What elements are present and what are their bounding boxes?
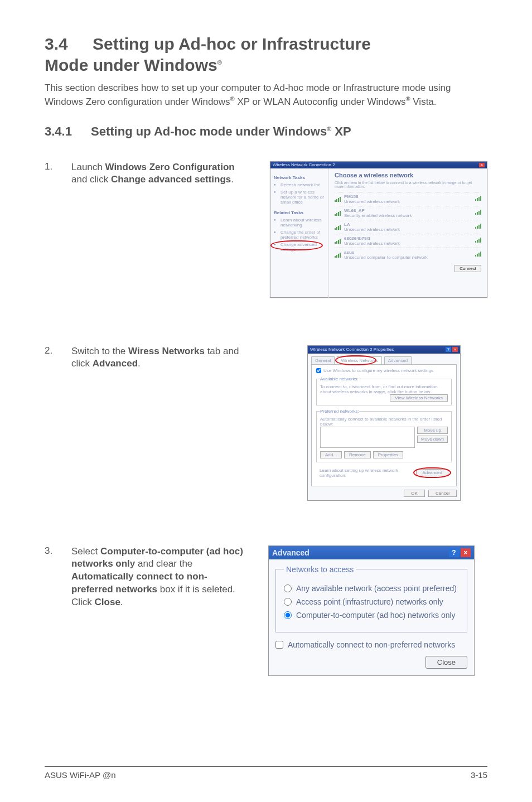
bold-change-advanced-settings: Change advanced settings (111, 174, 231, 185)
connection-properties-dialog: Wireless Network Connection 2 Properties… (307, 345, 461, 501)
strength-icon (475, 252, 481, 258)
bold-windows-zero-config: Windows Zero Configuration (105, 162, 235, 172)
network-name: WL66_AP (344, 208, 365, 213)
auto-connect-checkbox[interactable] (275, 641, 283, 649)
access-point-option[interactable]: Access point (infrastructure) networks o… (284, 597, 459, 606)
radio-any[interactable] (284, 584, 292, 592)
close-icon[interactable]: × (479, 163, 485, 167)
option-label: Any available network (access point pref… (296, 584, 457, 593)
refresh-link[interactable]: Refresh network list (274, 182, 325, 187)
step-number: 1. (45, 161, 61, 172)
tab-general[interactable]: General (311, 356, 335, 364)
txt: . (120, 597, 123, 607)
signal-icon (335, 238, 341, 244)
available-networks-group: Available networks: To connect to, disco… (316, 376, 452, 405)
step-3: 3. Select Computer-to-computer (ad hoc) … (45, 545, 487, 676)
networks-to-access-group: Networks to access Any available network… (275, 565, 467, 632)
radio-adhoc[interactable] (284, 611, 292, 619)
cancel-button[interactable]: Cancel (428, 490, 457, 497)
radio-ap[interactable] (284, 598, 292, 606)
auto-connect-row[interactable]: Automatically connect to non-preferred n… (275, 640, 467, 649)
any-network-option[interactable]: Any available network (access point pref… (284, 584, 459, 593)
signal-icon (335, 196, 341, 202)
network-sub: Unsecured wireless network (344, 227, 400, 232)
strength-icon (475, 224, 481, 230)
step-image: Advanced ? × Networks to access Any avai… (254, 545, 487, 676)
task-group: Related Tasks (274, 210, 325, 215)
group-legend: Preferred networks: (320, 409, 359, 414)
network-sub: Unsecured wireless network (344, 241, 400, 246)
intro-mid: XP or WLAN Autoconfig under Windows (235, 96, 406, 107)
tab-advanced[interactable]: Advanced (384, 356, 412, 364)
network-item[interactable]: 680264b79/3Unsecured wireless network (335, 234, 481, 248)
learn-link[interactable]: Learn about wireless networking (274, 218, 325, 228)
txt: . (138, 358, 141, 369)
dialog-title: Wireless Network Connection 2 (273, 162, 335, 167)
dialog-titlebar: Wireless Network Connection 2 Properties… (308, 346, 460, 354)
connect-button[interactable]: Connect (454, 265, 481, 272)
signal-icon (335, 224, 341, 230)
step-image: Wireless Network Connection 2 Properties… (254, 345, 487, 501)
adhoc-option[interactable]: Computer-to-computer (ad hoc) networks o… (284, 611, 459, 620)
signal-icon (335, 210, 341, 216)
help-icon[interactable]: ? (446, 347, 451, 352)
tab-wireless-networks[interactable]: Wireless Networks (337, 356, 381, 364)
strength-icon (475, 210, 481, 216)
use-windows-config-checkbox[interactable] (316, 368, 321, 373)
remove-button[interactable]: Remove (344, 451, 371, 458)
dialog-titlebar: Wireless Network Connection 2 × (270, 162, 487, 168)
learn-link[interactable]: Learn about setting up wireless network … (320, 468, 409, 478)
view-wireless-button[interactable]: View Wireless Networks (390, 394, 448, 402)
move-up-button[interactable]: Move up (417, 427, 448, 434)
reg-mark: ® (230, 95, 235, 102)
network-item[interactable]: PM158Unsecured wireless network (335, 192, 481, 206)
properties-button[interactable]: Properties (373, 451, 403, 458)
dialog-title: Wireless Network Connection 2 Properties (310, 347, 394, 352)
group-text: To connect to, disconnect from, or find … (320, 384, 448, 394)
subsection-number: 3.4.1 (45, 124, 72, 139)
step-text: Select Computer-to-computer (ad hoc) net… (71, 545, 244, 610)
bold-advanced: Advanced (93, 358, 138, 369)
order-link[interactable]: Change the order of preferred networks (274, 230, 325, 240)
checkbox-label: Automatically connect to non-preferred n… (288, 640, 455, 649)
step-number: 2. (45, 345, 61, 356)
network-item[interactable]: asusUnsecured computer-to-computer netwo… (335, 248, 481, 262)
add-button[interactable]: Add... (320, 451, 342, 458)
intro-paragraph: This section describes how to set up you… (45, 82, 487, 109)
network-sub: Security-enabled wireless network (344, 213, 412, 218)
preferred-networks-group: Preferred networks: Automatically connec… (316, 409, 452, 462)
txt: and click (71, 174, 111, 185)
bold-close: Close (95, 597, 120, 607)
network-name: PM158 (344, 194, 358, 199)
txt: Launch (71, 162, 105, 172)
subsection-text-pre: Setting up Ad-hoc mode under Windows (91, 124, 327, 138)
group-legend: Networks to access (284, 565, 356, 574)
option-label: Access point (infrastructure) networks o… (296, 597, 443, 606)
bold-wireless-networks: Wiress Networks (128, 346, 205, 356)
network-item[interactable]: WL66_APSecurity-enabled wireless network (335, 206, 481, 220)
move-down-button[interactable]: Move down (417, 436, 448, 443)
group-legend: Available networks: (320, 376, 359, 381)
step-1: 1. Launch Windows Zero Configuration and… (45, 161, 487, 298)
strength-icon (475, 238, 481, 244)
section-number: 3.4 (45, 33, 68, 55)
close-button[interactable]: Close (425, 656, 467, 669)
panel-hint: Click an item in the list below to conne… (335, 181, 481, 189)
network-sub: Unsecured wireless network (344, 199, 400, 204)
task-group: Network Tasks (274, 175, 325, 180)
reg-mark: ® (406, 95, 410, 102)
change-advanced-settings-link[interactable]: Change advanced settings (274, 242, 325, 252)
setup-link[interactable]: Set up a wireless network for a home or … (274, 190, 325, 205)
close-icon[interactable]: × (461, 548, 471, 557)
footer-left: ASUS WiFi-AP @n (45, 770, 115, 780)
section-title-line1: Setting up Ad-hoc or Infrastructure (93, 35, 371, 53)
network-item[interactable]: LAUnsecured wireless network (335, 220, 481, 234)
preferred-list[interactable] (320, 427, 415, 448)
close-icon[interactable]: × (452, 347, 458, 352)
signal-icon (335, 252, 341, 258)
tab-bar: General Wireless Networks Advanced (308, 354, 460, 364)
ok-button[interactable]: OK (404, 490, 425, 497)
footer-right: 3-15 (471, 770, 487, 780)
advanced-button[interactable]: Advanced (416, 469, 448, 476)
help-icon[interactable]: ? (449, 548, 459, 557)
